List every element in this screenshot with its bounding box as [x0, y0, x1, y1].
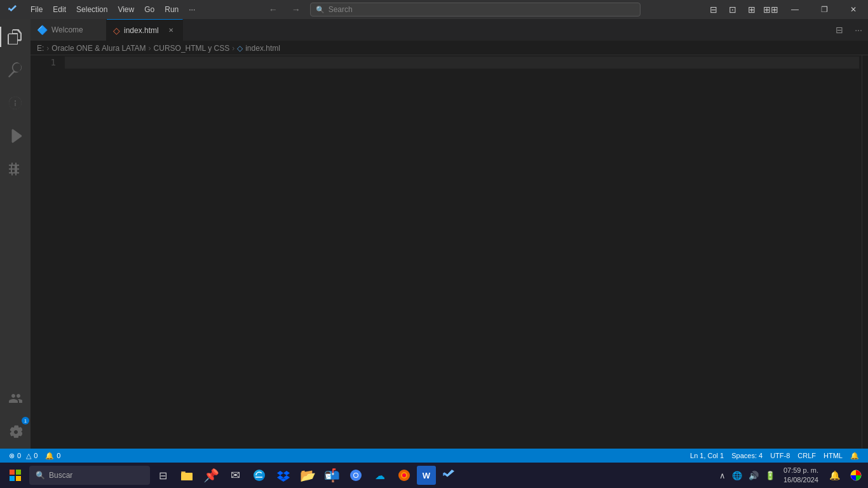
split-editor-button[interactable]: ⊟ [830, 19, 849, 41]
minimize-button[interactable]: — [780, 0, 810, 19]
tab-welcome[interactable]: 🔷 Welcome [31, 19, 107, 41]
clock-time: 07:59 p. m. [783, 466, 818, 475]
tab-index-html[interactable]: ◇ index.html ✕ [107, 19, 183, 41]
close-button[interactable]: ✕ [839, 0, 868, 19]
sys-tray-volume[interactable]: 🔊 [747, 471, 761, 480]
error-count: 0 [17, 452, 21, 459]
sys-tray-battery[interactable]: 🔋 [763, 471, 777, 480]
svg-rect-2 [10, 476, 15, 481]
tabs-bar: 🔷 Welcome ◇ index.html ✕ ⊟ ··· [31, 19, 868, 41]
svg-rect-3 [16, 476, 21, 481]
status-language[interactable]: HTML [820, 449, 846, 463]
taskbar-sticky-notes[interactable]: 📌 [200, 464, 222, 487]
tab-index-html-close[interactable]: ✕ [166, 25, 176, 36]
status-cursor-position[interactable]: Ln 1, Col 1 [686, 449, 728, 463]
activity-extensions-icon[interactable] [0, 154, 31, 184]
breadcrumb-file-icon: ◇ [237, 44, 243, 53]
menu-more[interactable]: ··· [184, 0, 200, 19]
activity-source-control-icon[interactable] [0, 88, 31, 118]
info-icon: 🔔 [45, 452, 54, 460]
scrollbar-vertical[interactable] [862, 55, 868, 449]
main-area: 1 🔷 Welcome ◇ index.html ✕ ⊟ ··· E: › [0, 19, 868, 449]
breadcrumb-curso[interactable]: CURSO_HTML y CSS [154, 44, 230, 53]
menu-file[interactable]: File [25, 0, 48, 19]
activity-explorer-icon[interactable] [0, 22, 31, 52]
breadcrumb: E: › Oracle ONE & Alura LATAM › CURSO_HT… [31, 41, 868, 55]
taskbar-windows-mail[interactable]: 📬 [320, 464, 343, 487]
vscode-logo-icon [0, 0, 25, 19]
taskbar-file-explorer[interactable] [175, 464, 198, 487]
tab-index-html-label: index.html [124, 26, 162, 35]
svg-rect-0 [10, 470, 15, 475]
welcome-tab-icon: 🔷 [37, 25, 48, 35]
taskbar-salesforce[interactable]: ☁ [369, 464, 391, 487]
clock[interactable]: 07:59 p. m. 16/08/2024 [780, 466, 822, 485]
status-bar: ⊗ 0 △ 0 🔔 0 Ln 1, Col 1 Spaces: 4 UTF-8 … [0, 449, 868, 463]
start-button[interactable] [3, 464, 28, 486]
menu-edit[interactable]: Edit [48, 0, 71, 19]
activity-search-icon[interactable] [0, 55, 31, 85]
taskbar-right: ∧ 🌐 🔊 🔋 07:59 p. m. 16/08/2024 🔔 [717, 464, 865, 487]
tab-welcome-label: Welcome [51, 25, 100, 34]
taskbar-mail[interactable]: ✉ [224, 464, 247, 487]
status-bell[interactable]: 🔔 [846, 449, 863, 463]
taskbar-search-icon: 🔍 [36, 471, 45, 480]
status-info[interactable]: 🔔 0 [41, 449, 64, 463]
taskbar-word[interactable]: W [417, 466, 436, 485]
customize-layout-button[interactable]: ⊞⊞ [761, 0, 780, 19]
breadcrumb-oracle[interactable]: Oracle ONE & Alura LATAM [51, 44, 146, 53]
taskbar-chrome[interactable] [344, 464, 367, 487]
sys-tray-up-arrow[interactable]: ∧ [717, 471, 728, 480]
toggle-panel-button[interactable]: ⊡ [723, 0, 742, 19]
svg-point-10 [354, 473, 358, 477]
taskbar-search-bar[interactable]: 🔍 Buscar [29, 466, 150, 485]
sys-tray-network[interactable]: 🌐 [730, 471, 744, 480]
line-numbers: 1 [31, 55, 62, 449]
breadcrumb-drive[interactable]: E: [37, 44, 44, 53]
menu-selection[interactable]: Selection [71, 0, 112, 19]
taskbar-edge[interactable] [248, 464, 271, 487]
warning-count: 0 [34, 452, 37, 459]
taskbar-vscode[interactable] [437, 464, 460, 487]
warning-icon: △ [26, 452, 31, 460]
activity-run-debug-icon[interactable] [0, 121, 31, 151]
activity-settings-icon[interactable]: 1 [0, 416, 31, 446]
nav-forward-button[interactable]: → [287, 3, 305, 17]
menu-go[interactable]: Go [139, 0, 159, 19]
settings-badge: 1 [22, 417, 29, 424]
taskbar-task-view[interactable]: ⊟ [151, 464, 174, 487]
taskbar-color-picker[interactable] [846, 464, 865, 487]
nav-back-button[interactable]: ← [264, 3, 282, 17]
editor-content: 1 [31, 55, 868, 449]
maximize-button[interactable]: ❐ [810, 0, 839, 19]
breadcrumb-file[interactable]: index.html [245, 44, 280, 53]
svg-point-7 [254, 470, 265, 481]
menu-view[interactable]: View [112, 0, 139, 19]
status-spaces[interactable]: Spaces: 4 [728, 449, 766, 463]
status-left: ⊗ 0 △ 0 🔔 0 [5, 449, 64, 463]
status-line-ending[interactable]: CRLF [794, 449, 820, 463]
toggle-secondary-sidebar-button[interactable]: ⊞ [742, 0, 761, 19]
activity-account-icon[interactable] [0, 383, 31, 413]
editor-text-area[interactable] [62, 55, 862, 449]
svg-point-13 [402, 473, 406, 477]
more-actions-button[interactable]: ··· [849, 19, 868, 41]
status-errors[interactable]: ⊗ 0 △ 0 [5, 449, 41, 463]
menu-run[interactable]: Run [159, 0, 184, 19]
status-right: Ln 1, Col 1 Spaces: 4 UTF-8 CRLF HTML 🔔 [686, 449, 863, 463]
titlebar-controls: ⊟ ⊡ ⊞ ⊞⊞ — ❐ ✕ [704, 0, 868, 19]
taskbar-notification-bell[interactable]: 🔔 [825, 464, 844, 487]
titlebar-center: ← → 🔍 Search [200, 3, 704, 17]
toggle-primary-sidebar-button[interactable]: ⊟ [704, 0, 723, 19]
command-palette-search[interactable]: 🔍 Search [310, 3, 641, 17]
taskbar-search-placeholder: Buscar [49, 471, 72, 480]
line-number-1: 1 [31, 57, 56, 69]
svg-rect-6 [181, 473, 193, 480]
status-encoding[interactable]: UTF-8 [766, 449, 794, 463]
info-count: 0 [57, 452, 60, 459]
taskbar-folder[interactable]: 📂 [296, 464, 319, 487]
taskbar-dropbox[interactable] [272, 464, 295, 487]
titlebar: File Edit Selection View Go Run ··· ← → … [0, 0, 868, 19]
taskbar-firefox[interactable] [393, 464, 416, 487]
search-placeholder: Search [329, 5, 353, 14]
